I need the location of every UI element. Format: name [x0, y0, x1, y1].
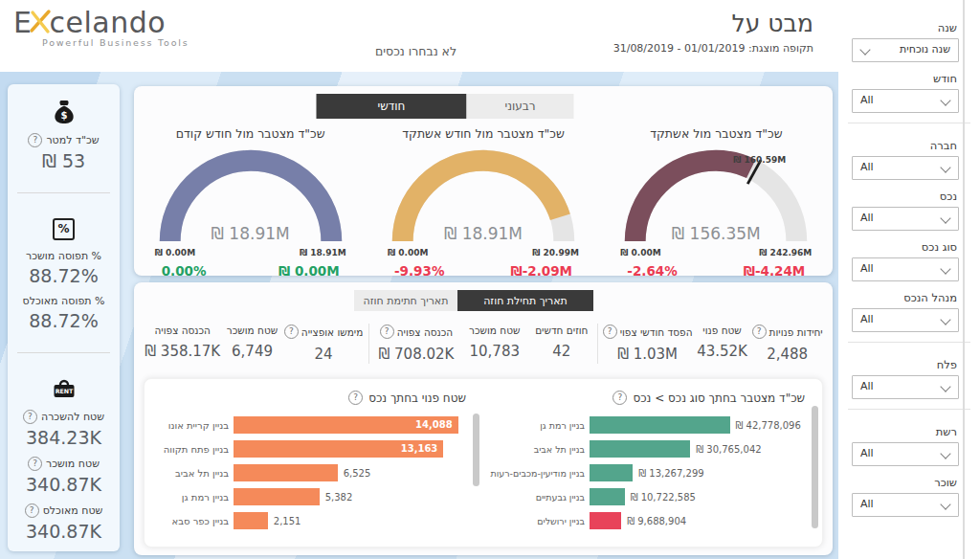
- help-icon[interactable]: ?: [28, 457, 42, 471]
- help-icon[interactable]: ?: [28, 133, 42, 147]
- chart-title-text: שכ"ד מצטבר בחתך סוג נכס > נכס: [633, 391, 805, 405]
- kpi-expected-income-new: הכנסה צפויה?₪ 708.02K: [377, 324, 457, 363]
- tab-contract-start-date[interactable]: תאריך תחילת חוזה: [457, 290, 593, 311]
- kpi-group: יחידות פנויות?2,488שטח פנוי43.52Kהפסד חו…: [600, 324, 825, 363]
- help-icon[interactable]: ?: [284, 324, 299, 339]
- kpi-new-contracts: חוזים חדשים42: [533, 324, 590, 360]
- kpi-label: הכנסה צפויה?: [379, 324, 455, 339]
- gauge-delta-row: -9.93%₪-2.09M: [385, 260, 582, 279]
- side-kpi-value-area-leased: 340.87K: [10, 474, 118, 495]
- filter-dropdown-asset[interactable]: All: [852, 207, 959, 231]
- help-icon[interactable]: ?: [23, 410, 37, 424]
- kpi-value: 43.52K: [697, 343, 747, 360]
- side-kpi-label-occupancy-occupied: % תפוסה מאוכלס: [10, 295, 118, 307]
- filter-dropdown-asset-manager[interactable]: All: [852, 308, 959, 332]
- bar[interactable]: 14,088: [234, 416, 458, 434]
- gauge-value: ₪ 18.91M: [155, 224, 346, 243]
- bar[interactable]: 13,163: [234, 440, 443, 458]
- bar[interactable]: [590, 416, 730, 434]
- bar[interactable]: [590, 464, 633, 481]
- tab-contract-sign-date[interactable]: תאריך חתימת חוזה: [354, 290, 457, 311]
- bar[interactable]: [590, 488, 625, 505]
- filter-label-asset-manager: מנהל הנכס: [838, 291, 980, 308]
- kpi-value: 10,783: [469, 343, 520, 360]
- kpi-label: הפסד חודשי צפוי?: [603, 324, 693, 339]
- title-block: מבט על תקופה מוצגת: 01/01/2019 - 31/08/2…: [613, 10, 813, 55]
- kpi-vacant-units: יחידות פנויות?2,488: [750, 324, 825, 363]
- money-bag-icon: $: [10, 100, 118, 124]
- kpi-expected-monthly-loss: הפסד חודשי צפוי?₪ 1.03M: [601, 324, 695, 363]
- gauge-delta-amount: ₪-4.24M: [744, 263, 806, 279]
- bar[interactable]: [234, 488, 320, 505]
- chart-scrollbar[interactable]: [812, 406, 818, 528]
- gauge-max-label: ₪ 20.99M: [532, 248, 579, 257]
- help-icon[interactable]: ?: [752, 324, 767, 339]
- bar-track: ₪ 9,688,904: [590, 512, 809, 529]
- filter-label-tenant: שוכר: [838, 476, 980, 493]
- gauge-min-label: ₪ 0.00M: [388, 248, 428, 257]
- gauge-vs-prev-month: שכ"ד מצטבר מול חודש קודם₪ 18.91M₪ 0.00M₪…: [134, 126, 367, 272]
- no-assets-selected-note: לא נבחרו נכסים: [375, 44, 457, 58]
- help-icon[interactable]: ?: [380, 324, 394, 339]
- bar-track: ₪ 42,778,096: [590, 416, 809, 434]
- page-title: מבט על: [613, 10, 813, 37]
- side-kpi-section: %% תפוסה מושכר88.72%% תפוסה מאוכלס88.72%: [8, 211, 120, 335]
- bar-label: בניין רמת גן: [150, 492, 229, 503]
- bar[interactable]: [234, 464, 338, 481]
- side-kpi-value-occupancy-leased: 88.72%: [10, 265, 118, 286]
- help-icon[interactable]: ?: [612, 391, 627, 405]
- bar-label: בניין פתח תקווה: [150, 444, 229, 455]
- filter-dropdown-month[interactable]: All: [852, 89, 959, 113]
- help-icon[interactable]: ?: [348, 391, 363, 405]
- kpi-expected-income-option: הכנסה צפויה₪ 358.17K: [143, 324, 222, 360]
- bar[interactable]: [234, 512, 268, 529]
- filter-dropdown-chain[interactable]: All: [852, 442, 959, 466]
- side-kpi-label-occupancy-leased: % תפוסה מושכר: [10, 250, 118, 262]
- chart-row: בניין תל אביב₪ 30,765,042: [489, 440, 809, 458]
- chart-row: בניין גבעתיים₪ 10,722,585: [489, 488, 809, 505]
- chart-scrollbar[interactable]: [473, 414, 479, 486]
- side-kpi-value-area-occupied: 340.87K: [10, 521, 118, 542]
- side-kpi-label-rent-per-meter: שכ"ד למטר?: [10, 133, 118, 147]
- gauge-min-label: ₪ 0.00M: [155, 248, 195, 257]
- filter-dropdown-segment[interactable]: All: [852, 375, 959, 399]
- gauge-title: שכ"ד מצטבר מול חודש קודם: [134, 126, 367, 141]
- help-icon[interactable]: ?: [603, 324, 617, 339]
- chevron-down-icon: [940, 314, 950, 324]
- filter-dropdown-year[interactable]: שנה נוכחית: [852, 38, 959, 62]
- bar-track: 13,163: [234, 440, 470, 458]
- gauge-target-label: ₪ 160.59M: [733, 155, 786, 165]
- bar-value: 6,525: [344, 468, 371, 479]
- bar-value: ₪ 42,778,096: [736, 420, 801, 431]
- chart-row: בניין מודיעין-מכבים-רעות₪ 13,267,299: [489, 464, 809, 481]
- chart-title-text: שטח פנוי בחתך נכס: [368, 391, 466, 405]
- bar-label: בניין מודיעין-מכבים-רעות: [489, 468, 585, 479]
- side-kpi-value-occupancy-occupied: 88.72%: [10, 310, 118, 331]
- filter-pane-scrollbar[interactable]: [963, 0, 965, 559]
- help-icon[interactable]: ?: [25, 503, 39, 518]
- bar-label: בניין תל אביב: [489, 444, 585, 455]
- toggle-quarterly-button[interactable]: רבעוני: [467, 94, 574, 119]
- filter-dropdown-company[interactable]: All: [852, 156, 959, 180]
- kpi-value: ₪ 358.17K: [145, 343, 220, 360]
- side-kpi-section: RENTשטח להשכרה?384.23Kשטח מושכר?340.87Kש…: [8, 370, 120, 546]
- gauge-arc: ₪ 18.91M: [155, 146, 346, 247]
- bar-label: בניין גבעתיים: [489, 492, 585, 503]
- bar[interactable]: [590, 440, 690, 458]
- filter-label-chain: רשת: [838, 425, 980, 442]
- side-kpi-value-area-for-rent: 384.23K: [10, 427, 118, 448]
- kpi-group-divider: [597, 324, 598, 364]
- toggle-monthly-button[interactable]: חודשי: [317, 94, 467, 119]
- kpi-group-divider: [368, 324, 369, 364]
- bar-label: בניין תל אביב: [150, 468, 229, 479]
- bar[interactable]: [590, 512, 621, 529]
- rent-tag-icon: RENT: [10, 376, 118, 401]
- kpi-label: חוזים חדשים: [535, 324, 588, 336]
- kpi-value: ₪ 708.02K: [379, 346, 455, 363]
- kpi-value: ₪ 1.03M: [603, 346, 693, 363]
- chart-cumulative-rent-by-asset: שכ"ד מצטבר בחתך סוג נכס > נכס ? בניין רמ…: [483, 379, 822, 547]
- gauge-value: ₪ 18.91M: [388, 224, 579, 243]
- filter-dropdown-asset-type[interactable]: All: [852, 257, 959, 281]
- filter-dropdown-tenant[interactable]: All: [852, 493, 959, 517]
- period-toggle: חודשי רבעוני: [317, 94, 574, 119]
